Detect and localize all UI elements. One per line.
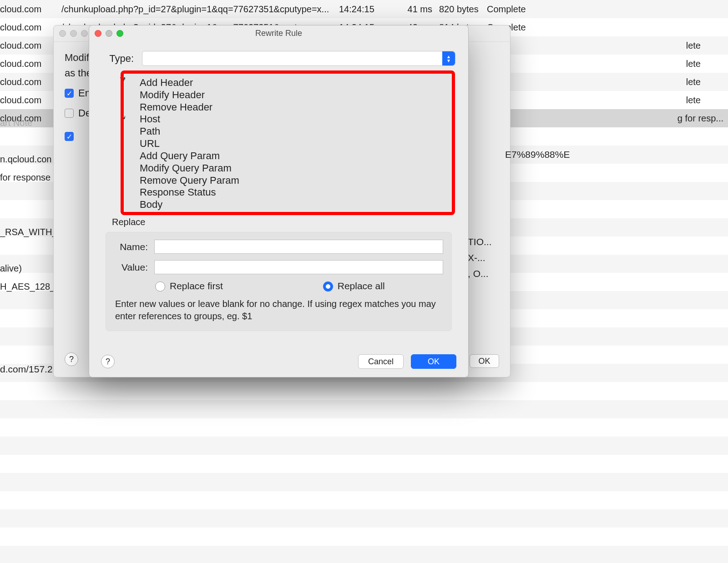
titlebar[interactable]: Rewrite Rule (89, 25, 468, 41)
cell-status: Complete (487, 4, 728, 15)
enable-checkbox[interactable]: ✓ (65, 89, 74, 98)
type-option-response-status[interactable]: Response Status (140, 186, 437, 199)
right-peek: X-... (468, 252, 485, 263)
cell-host: cloud.com (0, 59, 61, 69)
type-select[interactable]: ▲▼ (142, 51, 455, 66)
dialog-title: Rewrite Rule (89, 29, 468, 38)
replace-all-label: Replace all (338, 281, 385, 291)
cell-host: cloud.com (0, 95, 61, 106)
value-input[interactable] (154, 260, 443, 274)
type-option-remove-header[interactable]: Remove Header (140, 101, 437, 114)
cell-time: 14:24:15 (339, 4, 396, 15)
cell-duration: 41 ms (396, 4, 439, 15)
ok-button[interactable]: OK (411, 354, 456, 369)
cell-status: Complete (487, 22, 728, 33)
name-input[interactable] (154, 240, 443, 254)
type-option-body[interactable]: Body (140, 199, 437, 211)
chevron-up-down-icon[interactable]: ▲▼ (442, 51, 455, 65)
replace-first-label: Replace first (170, 281, 223, 291)
cancel-button[interactable]: Cancel (358, 354, 404, 369)
type-option-host[interactable]: Host (140, 113, 437, 126)
zoom-icon[interactable] (81, 30, 88, 37)
replace-section-label: Replace (112, 217, 455, 227)
cell-host: cloud.com (0, 77, 61, 87)
lower-url-peek: d.com/157.2 (0, 364, 53, 375)
cell-path: /chunkupload.php?p_id=27&plugin=1&qq=776… (61, 4, 339, 15)
close-icon[interactable] (59, 30, 66, 37)
type-option-add-header[interactable]: Add Header (140, 77, 437, 89)
type-option-modify-header[interactable]: Modify Header (140, 89, 437, 101)
minimize-icon[interactable] (70, 30, 77, 37)
right-peek: E7%89%88%E (505, 149, 570, 160)
type-option-add-query-param[interactable]: Add Query Param (140, 150, 437, 162)
hint-text: Enter new values or leave blank for no c… (114, 297, 443, 322)
type-label: Type: (102, 53, 134, 65)
replace-first-radio[interactable] (155, 282, 165, 292)
name-label: Name: (114, 241, 148, 252)
debug-checkbox[interactable] (65, 109, 74, 118)
cell-size: 820 bytes (439, 4, 487, 15)
ok-button[interactable]: OK (470, 354, 499, 368)
type-option-path[interactable]: Path (140, 126, 437, 138)
type-option-modify-query-param[interactable]: Modify Query Param (140, 162, 437, 175)
cell-host: cloud.com (0, 22, 61, 33)
table-row[interactable]: cloud.com /chunkupload.php?p_id=27&plugi… (0, 0, 728, 18)
type-option-url[interactable]: URL (140, 138, 437, 150)
value-label: Value: (114, 262, 148, 273)
cell-host: cloud.com (0, 40, 61, 51)
type-dropdown[interactable]: Add Header Modify Header Remove Header H… (125, 71, 452, 213)
replace-all-radio[interactable] (323, 282, 333, 292)
replace-group: Name: Value: Replace first Replace all E… (106, 232, 452, 331)
right-peek: TIO... (468, 236, 492, 247)
cell-host: cloud.com (0, 4, 61, 15)
right-peek: , O... (468, 268, 489, 279)
type-option-remove-query-param[interactable]: Remove Query Param (140, 175, 437, 187)
help-button[interactable]: ? (65, 352, 78, 366)
help-button[interactable]: ? (101, 355, 115, 368)
list-item-checkbox[interactable]: ✓ (65, 132, 74, 141)
